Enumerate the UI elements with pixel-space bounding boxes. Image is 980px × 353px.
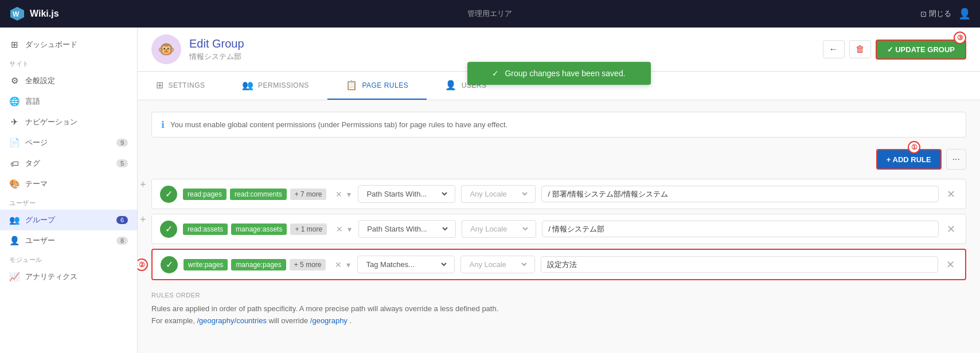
rule-tag-expand-3[interactable]: ▾ bbox=[345, 259, 352, 270]
module-section-label: モジュール bbox=[0, 251, 137, 266]
rule-toggle-1[interactable]: ✓ bbox=[160, 186, 177, 203]
permissions-tab-icon: 👥 bbox=[242, 80, 254, 91]
svg-text:W: W bbox=[13, 10, 19, 18]
content-area: ✓ Group changes have been saved. 🐵 Edit … bbox=[138, 28, 980, 353]
rule-condition-3[interactable]: Tag Matches... Path Starts With... bbox=[357, 256, 455, 273]
rule-locale-select-2[interactable]: Any Locale bbox=[468, 224, 530, 234]
rule-tag-more-1: + 7 more bbox=[290, 189, 327, 200]
exit-button[interactable]: ⊡ 閉じる bbox=[920, 9, 951, 19]
rule-locale-select-1[interactable]: Any Locale bbox=[467, 189, 529, 199]
rule-path-input-2[interactable] bbox=[542, 221, 939, 237]
tab-page-rules[interactable]: 📋 PAGE RULES bbox=[327, 72, 427, 100]
rule-tag-expand-2[interactable]: ▾ bbox=[346, 223, 353, 235]
info-text: You must enable global content permissio… bbox=[170, 120, 507, 129]
sidebar-item-label: 全般設定 bbox=[25, 76, 55, 86]
main-layout: ⊞ ダッシュボード サイト ⚙ 全般設定 🌐 言語 ✈ ナビゲーション 📄 ペー… bbox=[0, 28, 980, 353]
users-tab-icon: 👤 bbox=[445, 80, 457, 91]
add-rule-button[interactable]: + ADD RULE bbox=[876, 149, 942, 170]
wikijs-logo-icon: W bbox=[9, 6, 25, 22]
rules-order-text: Rules are applied in order of path speci… bbox=[151, 303, 966, 327]
rule-condition-select-1[interactable]: Path Starts With... Tag Matches... Path … bbox=[364, 189, 449, 199]
rule-tag-close-1[interactable]: ✕ bbox=[334, 189, 343, 200]
info-bar: ℹ You must enable global content permiss… bbox=[151, 112, 966, 138]
geography-countries-link[interactable]: /geography/countries bbox=[197, 316, 267, 325]
topnav-actions: ⊡ 閉じる 👤 bbox=[920, 7, 971, 20]
rule-path-input-1[interactable] bbox=[541, 186, 939, 202]
sidebar-item-tags[interactable]: 🏷 タグ 5 bbox=[0, 153, 137, 174]
update-group-button[interactable]: ✓ UPDATE GROUP bbox=[876, 40, 966, 60]
sidebar-item-language[interactable]: 🌐 言語 bbox=[0, 91, 137, 112]
rule-path-input-3[interactable] bbox=[541, 256, 938, 273]
rule-condition-select-2[interactable]: Path Starts With... Tag Matches... bbox=[365, 224, 450, 234]
rule-locale-1[interactable]: Any Locale bbox=[461, 185, 536, 203]
add-between-icon-1[interactable]: + bbox=[140, 179, 146, 191]
user-section-label: ユーザー bbox=[0, 194, 137, 210]
toast-container: ✓ Group changes have been saved. bbox=[467, 62, 651, 85]
rule-close-button-2[interactable]: ✕ bbox=[944, 221, 958, 238]
rule-tag-manage-pages-3: manage:pages bbox=[231, 259, 286, 270]
page-subtitle: 情報システム部 bbox=[189, 52, 244, 62]
more-button[interactable]: ··· bbox=[946, 149, 966, 170]
sidebar-item-users[interactable]: 👤 ユーザー 8 bbox=[0, 230, 137, 251]
rule-condition-2[interactable]: Path Starts With... Tag Matches... bbox=[358, 220, 456, 238]
sidebar-item-label: ダッシュボード bbox=[25, 40, 77, 50]
rule-close-button-3[interactable]: ✕ bbox=[944, 256, 957, 273]
rule-toggle-3[interactable]: ✓ bbox=[161, 256, 178, 273]
toast-icon: ✓ bbox=[492, 69, 499, 78]
rule-condition-select-3[interactable]: Tag Matches... Path Starts With... bbox=[364, 260, 448, 269]
rule-locale-2[interactable]: Any Locale bbox=[462, 220, 536, 238]
sidebar-item-analytics[interactable]: 📈 アナリティクス bbox=[0, 266, 137, 287]
rule-close-button-1[interactable]: ✕ bbox=[944, 186, 958, 203]
avatar: 🐵 bbox=[151, 34, 181, 64]
info-icon: ℹ bbox=[161, 119, 165, 130]
analytics-icon: 📈 bbox=[9, 272, 19, 282]
rule-tag-actions-2: ✕ ▾ bbox=[335, 223, 353, 235]
tab-settings[interactable]: ⊞ SETTINGS bbox=[138, 72, 224, 100]
annotation-circle-3: ③ bbox=[954, 32, 966, 44]
gear-icon: ⚙ bbox=[9, 76, 19, 86]
rule-toggle-2[interactable]: ✓ bbox=[160, 221, 177, 238]
page-title: Edit Group bbox=[189, 37, 244, 50]
rule-condition-1[interactable]: Path Starts With... Tag Matches... Path … bbox=[358, 185, 455, 203]
delete-button[interactable]: 🗑 bbox=[849, 40, 871, 58]
groups-icon: 👥 bbox=[9, 215, 19, 225]
rule-tag-close-3[interactable]: ✕ bbox=[334, 259, 343, 270]
pages-icon: 📄 bbox=[9, 138, 19, 148]
sidebar-item-label: ナビゲーション bbox=[25, 117, 77, 127]
admin-label: 管理用エリア bbox=[59, 9, 920, 19]
sidebar-item-label: ユーザー bbox=[25, 236, 55, 246]
sidebar-item-navigation[interactable]: ✈ ナビゲーション bbox=[0, 112, 137, 132]
back-button[interactable]: ← bbox=[823, 40, 845, 58]
users-icon: 👤 bbox=[9, 236, 19, 246]
users-badge: 8 bbox=[116, 237, 128, 245]
sidebar-item-label: テーマ bbox=[25, 179, 48, 189]
sidebar-item-groups[interactable]: 👥 グループ 6 bbox=[0, 210, 137, 230]
sidebar-item-general[interactable]: ⚙ 全般設定 bbox=[0, 70, 137, 91]
add-between-icon-2[interactable]: + bbox=[140, 214, 146, 226]
exit-icon: ⊡ bbox=[920, 10, 927, 18]
sidebar-item-label: タグ bbox=[25, 158, 40, 168]
pages-badge: 9 bbox=[116, 139, 128, 147]
annotation-circle-2: ② bbox=[138, 258, 148, 271]
sidebar-item-dashboard[interactable]: ⊞ ダッシュボード bbox=[0, 34, 137, 55]
inner-content: ℹ You must enable global content permiss… bbox=[138, 100, 980, 353]
rule-row-2: ✓ read:assets manage:assets + 1 more ✕ ▾… bbox=[151, 214, 966, 244]
rule-locale-select-3[interactable]: Any Locale bbox=[467, 260, 529, 269]
rules-order: RULES ORDER Rules are applied in order o… bbox=[151, 292, 966, 327]
rule-tag-expand-1[interactable]: ▾ bbox=[346, 189, 352, 200]
sidebar-item-label: ページ bbox=[25, 138, 48, 148]
tab-permissions[interactable]: 👥 PERMISSIONS bbox=[224, 72, 327, 100]
toast: ✓ Group changes have been saved. bbox=[467, 62, 651, 85]
sidebar-item-pages[interactable]: 📄 ページ 9 bbox=[0, 132, 137, 153]
account-button[interactable]: 👤 bbox=[958, 7, 971, 20]
rule-tag-close-2[interactable]: ✕ bbox=[335, 223, 344, 235]
account-icon: 👤 bbox=[958, 7, 971, 20]
themes-icon: 🎨 bbox=[9, 179, 19, 189]
groups-badge: 6 bbox=[116, 216, 128, 224]
rule-tag-more-2: + 1 more bbox=[290, 223, 327, 235]
geography-link[interactable]: /geography bbox=[310, 316, 348, 325]
sidebar-item-themes[interactable]: 🎨 テーマ bbox=[0, 174, 137, 194]
logo-text: Wiki.js bbox=[30, 9, 59, 19]
rule-row-3: ✓ write:pages manage:pages + 5 more ✕ ▾ … bbox=[151, 249, 966, 280]
rule-locale-3[interactable]: Any Locale bbox=[460, 256, 535, 273]
